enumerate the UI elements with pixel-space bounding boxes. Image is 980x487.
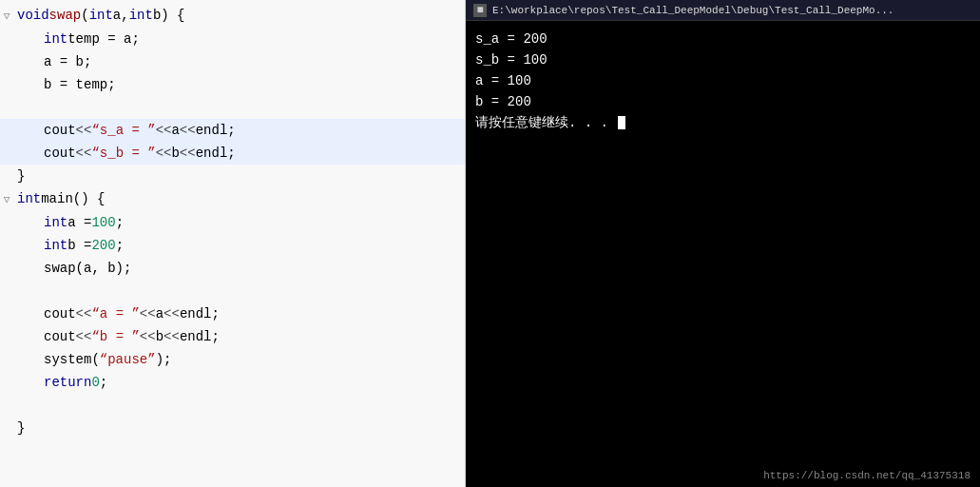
code-line: b = temp; [0, 73, 465, 96]
code-line: return 0; [0, 371, 465, 394]
code-token: a = b; [44, 50, 91, 73]
cursor [618, 116, 625, 129]
code-token: 200 [91, 234, 115, 257]
terminal-line: s_b = 100 [475, 49, 970, 70]
code-token: << [163, 325, 180, 348]
code-token: cout [44, 119, 76, 142]
code-line: cout << “a = ” << a << endl; [0, 302, 465, 325]
code-token: return [44, 371, 91, 394]
code-token: main() { [41, 187, 105, 210]
code-line: system(“pause”); [0, 348, 465, 371]
code-line: } [0, 165, 465, 187]
code-line: swap(a, b); [0, 257, 465, 280]
code-line: } [0, 417, 465, 439]
code-token: endl; [180, 302, 220, 325]
code-token: b = temp; [44, 73, 116, 96]
code-token: a [171, 119, 179, 142]
code-token: int [44, 211, 67, 234]
code-token: 0 [91, 371, 99, 394]
code-token: “pause” [100, 348, 156, 371]
code-token: << [76, 302, 92, 325]
code-line [0, 394, 465, 417]
code-token: } [17, 417, 25, 439]
line-collapse-marker[interactable]: ▽ [0, 188, 13, 211]
code-token: a, [113, 4, 129, 27]
code-token: cout [44, 325, 76, 348]
code-line: int b = 200; [0, 234, 465, 257]
code-line [0, 96, 465, 119]
code-token: << [156, 119, 172, 142]
code-token: temp = a; [67, 28, 140, 50]
code-token: a = [67, 211, 91, 234]
terminal-icon: ■ [473, 4, 487, 17]
code-token: int [129, 4, 153, 27]
code-line: a = b; [0, 50, 465, 73]
terminal-footer: https://blog.csdn.net/qq_41375318 [466, 466, 980, 487]
line-collapse-marker[interactable]: ▽ [0, 5, 13, 28]
code-token: swap [49, 4, 82, 27]
code-token: “b = ” [91, 325, 139, 348]
terminal-line: 请按任意键继续. . . [475, 112, 970, 133]
code-line [0, 280, 465, 302]
code-token: endl; [196, 142, 236, 165]
terminal-titlebar: ■ E:\workplace\repos\Test_Call_DeepModel… [466, 0, 980, 21]
code-token: b [156, 325, 163, 348]
terminal-line: b = 200 [475, 91, 970, 112]
code-token: << [180, 142, 196, 165]
code-token: endl; [196, 119, 236, 142]
code-token: cout [44, 142, 76, 165]
code-token: int [44, 234, 67, 257]
code-token: endl; [180, 325, 220, 348]
terminal-title: E:\workplace\repos\Test_Call_DeepModel\D… [492, 5, 894, 16]
code-line: cout << “b = ” << b << endl; [0, 325, 465, 348]
code-token: << [163, 302, 180, 325]
code-token: } [17, 165, 25, 187]
code-editor: ▽void swap(int a, int b) {int temp = a;a… [0, 0, 466, 487]
code-token: << [180, 119, 196, 142]
code-token: << [76, 119, 92, 142]
code-token: cout [44, 302, 76, 325]
code-line: ▽int main() { [0, 187, 465, 211]
code-token: system( [44, 348, 100, 371]
code-token: ( [81, 4, 88, 27]
code-line: cout << “s_b = ” << b << endl; [0, 142, 465, 165]
code-token: << [76, 142, 92, 165]
code-token: << [140, 302, 156, 325]
code-token: int [17, 187, 41, 210]
code-token: int [89, 4, 113, 27]
code-token: ; [116, 234, 124, 257]
code-line: int temp = a; [0, 28, 465, 50]
code-token: b [171, 142, 179, 165]
code-token: “a = ” [91, 302, 139, 325]
code-token: << [76, 325, 92, 348]
code-token: “s_a = ” [91, 119, 155, 142]
code-token: ; [116, 211, 124, 234]
code-token: b = [67, 234, 91, 257]
terminal-line: s_a = 200 [475, 29, 970, 49]
code-token: “s_b = ” [91, 142, 155, 165]
code-token: ); [156, 348, 172, 371]
code-token: a [156, 302, 163, 325]
code-token: ; [100, 371, 107, 394]
code-line: ▽void swap(int a, int b) { [0, 4, 465, 28]
code-line: int a = 100; [0, 211, 465, 234]
terminal-window: ■ E:\workplace\repos\Test_Call_DeepModel… [466, 0, 980, 487]
code-token: int [44, 28, 67, 50]
code-token: void [17, 4, 49, 27]
code-token: << [140, 325, 156, 348]
code-line: cout << “s_a = ” << a << endl; [0, 119, 465, 142]
terminal-line: a = 100 [475, 70, 970, 91]
terminal-body[interactable]: s_a = 200s_b = 100a = 100b = 200请按任意键继续.… [466, 21, 980, 466]
code-token: 100 [91, 211, 115, 234]
code-token: swap(a, b); [44, 257, 131, 280]
code-token: << [156, 142, 172, 165]
code-token: b) { [153, 4, 185, 27]
